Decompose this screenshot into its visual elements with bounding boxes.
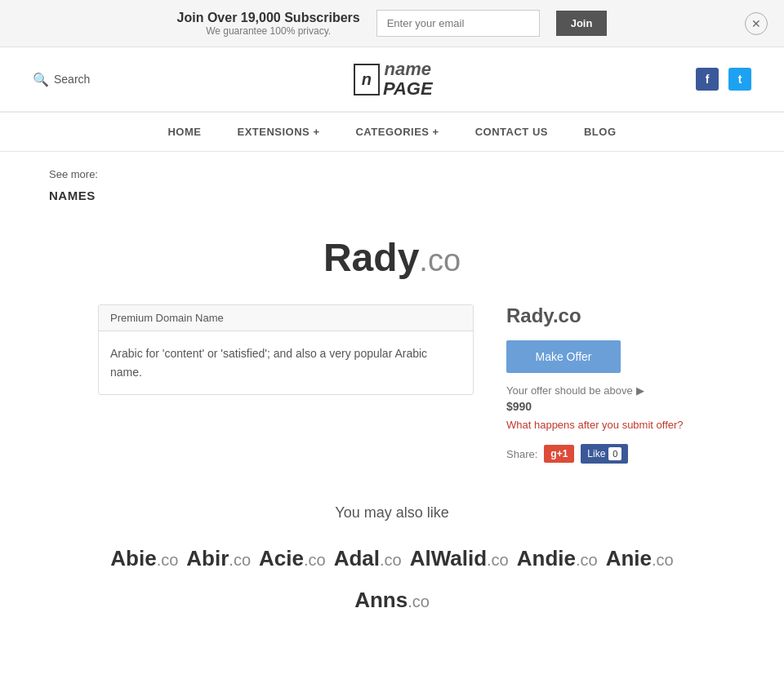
twitter-icon[interactable]: t — [728, 68, 751, 91]
nav-item-extensions[interactable]: EXTENSIONS + — [219, 113, 337, 151]
search-area[interactable]: 🔍 Search — [33, 72, 90, 87]
domain-suggestion[interactable]: Acie.co — [259, 546, 326, 571]
domain-display-name: Rady.co — [506, 304, 686, 327]
nav: HOME EXTENSIONS + CATEGORIES + CONTACT U… — [0, 112, 784, 152]
suggestion-name: Anns — [354, 588, 408, 612]
close-banner-button[interactable]: ✕ — [745, 12, 768, 35]
breadcrumb-category[interactable]: NAMES — [0, 189, 784, 219]
make-offer-button[interactable]: Make Offer — [506, 340, 621, 373]
email-input[interactable] — [376, 10, 540, 37]
chevron-right-icon: ▶ — [636, 384, 644, 397]
domain-suggestion[interactable]: Abir.co — [186, 546, 251, 571]
left-panel: Premium Domain Name Arabic for 'content'… — [98, 304, 474, 395]
domain-suggestion[interactable]: AlWalid.co — [410, 546, 509, 571]
share-label: Share: — [506, 448, 537, 460]
suggestion-tld: .co — [487, 551, 509, 569]
suggestion-name: Abir — [186, 546, 229, 570]
main-content: Rady.co Premium Domain Name Arabic for '… — [65, 219, 719, 662]
join-button[interactable]: Join — [556, 11, 608, 36]
banner-text: Join Over 19,000 Subscribers We guarante… — [177, 11, 360, 37]
premium-tab: Premium Domain Name — [99, 305, 473, 331]
suggestion-tld: .co — [652, 551, 674, 569]
gplus-button[interactable]: g+1 — [544, 445, 574, 463]
domain-suggestion[interactable]: Anie.co — [606, 546, 674, 571]
suggestion-tld: .co — [576, 551, 598, 569]
facebook-icon[interactable]: f — [696, 68, 719, 91]
domain-description: Arabic for 'content' or 'satisfied'; and… — [99, 331, 473, 394]
suggestion-tld: .co — [229, 551, 251, 569]
top-banner: Join Over 19,000 Subscribers We guarante… — [0, 0, 784, 47]
see-more-label: See more: — [49, 168, 98, 180]
suggestion-tld: .co — [380, 551, 402, 569]
domain-suggestion[interactable]: Adal.co — [334, 546, 402, 571]
breadcrumb: See more: — [0, 152, 784, 189]
domain-title: Rady.co — [98, 235, 686, 280]
search-label: Search — [54, 73, 90, 86]
domain-big-name: Rady.co — [323, 236, 461, 279]
social-icons: f t — [696, 68, 751, 91]
header: 🔍 Search n name PAGE f t — [0, 47, 784, 112]
logo-icon: n — [354, 64, 380, 95]
also-like-title: You may also like — [98, 504, 686, 522]
nav-item-categories[interactable]: CATEGORIES + — [337, 113, 457, 151]
suggestion-name: Anie — [606, 546, 652, 570]
logo-area[interactable]: n name PAGE — [354, 60, 433, 99]
logo-name: name — [383, 60, 433, 79]
offer-link[interactable]: What happens after you submit offer? — [506, 419, 684, 431]
domain-tld-part: .co — [419, 243, 461, 277]
also-like-section: You may also like Abie.coAbir.coAcie.coA… — [98, 504, 686, 613]
premium-box: Premium Domain Name Arabic for 'content'… — [98, 304, 474, 395]
fb-like-count: 0 — [608, 447, 621, 460]
fb-like-label: Like — [587, 448, 605, 459]
domain-suggestion[interactable]: Andie.co — [517, 546, 598, 571]
suggestion-name: Adal — [334, 546, 380, 570]
offer-hint-text: Your offer should be above — [506, 384, 633, 397]
domain-suggestion[interactable]: Abie.co — [110, 546, 178, 571]
suggestion-tld: .co — [304, 551, 326, 569]
offer-price: $990 — [506, 400, 686, 413]
fb-like-button[interactable]: Like 0 — [581, 444, 628, 464]
suggestion-tld: .co — [408, 593, 430, 610]
right-panel: Rady.co Make Offer Your offer should be … — [506, 304, 686, 464]
domain-name-part: Rady — [323, 236, 419, 279]
logo-box: n name PAGE — [354, 60, 433, 99]
suggestion-name: Abie — [110, 546, 156, 570]
offer-hint: Your offer should be above ▶ — [506, 384, 686, 397]
domain-grid: Abie.coAbir.coAcie.coAdal.coAlWalid.coAn… — [98, 546, 686, 613]
logo-text: name PAGE — [380, 60, 433, 99]
share-row: Share: g+1 Like 0 — [506, 444, 686, 464]
content-grid: Premium Domain Name Arabic for 'content'… — [98, 304, 686, 464]
domain-suggestion[interactable]: Anns.co — [354, 588, 430, 613]
logo-page: PAGE — [383, 79, 433, 99]
suggestion-tld: .co — [157, 551, 179, 569]
suggestion-name: Acie — [259, 546, 304, 570]
nav-item-home[interactable]: HOME — [149, 113, 219, 151]
nav-item-contact[interactable]: CONTACT US — [457, 113, 566, 151]
suggestion-name: Andie — [517, 546, 576, 570]
banner-subtitle: We guarantee 100% privacy. — [177, 25, 360, 37]
search-icon: 🔍 — [33, 72, 49, 87]
nav-item-blog[interactable]: BLOG — [566, 113, 635, 151]
suggestion-name: AlWalid — [410, 546, 487, 570]
banner-title: Join Over 19,000 Subscribers — [177, 11, 360, 25]
